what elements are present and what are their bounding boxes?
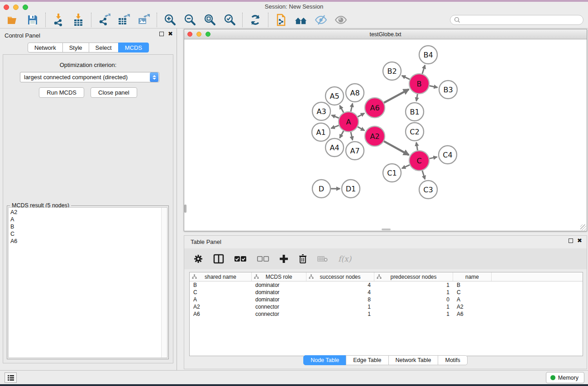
table-cell[interactable]: connector — [252, 304, 306, 310]
node-B1[interactable]: B1 — [406, 103, 424, 121]
node-A2[interactable]: A2 — [365, 126, 385, 146]
column-header-predecessor-nodes[interactable]: predecessor nodes — [374, 272, 453, 281]
hide-selected-icon[interactable] — [315, 14, 327, 26]
column-header-name[interactable]: name — [453, 272, 492, 281]
edge-A-A8[interactable] — [351, 103, 353, 111]
table-cell[interactable]: 1 — [374, 304, 453, 310]
edge-A-A3[interactable] — [331, 115, 339, 118]
edge-A-A2[interactable] — [358, 127, 364, 130]
table-cell[interactable]: 1 — [306, 304, 374, 310]
network-graph[interactable]: B4B2BB3A8A5A6A3B1AA1C2A2A4A7C4CC1C3DD1 — [184, 39, 587, 231]
edge-C-C3[interactable] — [422, 171, 425, 179]
table-cell[interactable]: 1 — [306, 311, 374, 317]
table-cell[interactable]: dominator — [252, 296, 306, 303]
column-header-shared-name[interactable]: shared name — [190, 272, 252, 281]
node-B3[interactable]: B3 — [439, 81, 457, 99]
zoom-selected-icon[interactable] — [223, 14, 236, 26]
table-row[interactable]: Cdominator41C — [190, 289, 583, 296]
node-A8[interactable]: A8 — [346, 84, 364, 102]
open-session-icon[interactable] — [6, 14, 19, 26]
node-C4[interactable]: C4 — [439, 146, 457, 164]
result-item[interactable]: C — [10, 230, 167, 238]
table-cell[interactable]: 8 — [306, 296, 374, 303]
node-B[interactable]: B — [409, 74, 429, 94]
table-cell[interactable]: C — [453, 289, 492, 295]
node-C[interactable]: C — [409, 151, 429, 171]
edge-B-B2[interactable] — [402, 76, 410, 79]
result-item[interactable]: A2 — [10, 209, 167, 216]
table-cell[interactable]: 1 — [374, 282, 453, 288]
edge-A-A7[interactable] — [351, 132, 353, 140]
node-C2[interactable]: C2 — [406, 123, 424, 141]
node-A7[interactable]: A7 — [346, 142, 364, 160]
table-cell[interactable]: C — [190, 289, 252, 295]
table-cell[interactable]: 1 — [374, 311, 453, 317]
result-item[interactable]: A — [10, 216, 167, 223]
node-A5[interactable]: A5 — [325, 87, 344, 105]
table-settings-icon[interactable] — [193, 254, 203, 264]
split-view-icon[interactable] — [213, 254, 224, 264]
table-row[interactable]: Adominator80A — [190, 296, 583, 303]
search-input[interactable] — [463, 17, 579, 23]
delete-table-icon[interactable] — [317, 255, 328, 262]
tab-edge-table[interactable]: Edge Table — [346, 355, 388, 365]
node-table[interactable]: shared nameMCDS rolesuccessor nodesprede… — [189, 272, 583, 356]
table-cell[interactable]: B — [190, 282, 252, 288]
table-row[interactable]: A6connector11A6 — [190, 310, 583, 318]
node-A1[interactable]: A1 — [312, 123, 330, 141]
run-mcds-button[interactable]: Run MCDS — [39, 87, 84, 98]
table-cell[interactable]: A2 — [453, 304, 492, 310]
table-cell[interactable]: A2 — [190, 304, 252, 310]
window-resize-grip[interactable] — [580, 224, 586, 230]
table-cell[interactable]: dominator — [252, 289, 306, 295]
zoom-out-icon[interactable] — [183, 14, 196, 26]
table-row[interactable]: A2connector11A2 — [190, 303, 583, 310]
tab-style[interactable]: Style — [62, 43, 89, 52]
table-cell[interactable]: A6 — [453, 311, 492, 317]
function-builder-icon[interactable]: f(x) — [338, 254, 351, 263]
table-cell[interactable]: 4 — [306, 282, 374, 288]
memory-button[interactable]: Memory — [546, 372, 584, 383]
refresh-icon[interactable] — [249, 14, 262, 26]
tab-network[interactable]: Network — [28, 43, 63, 52]
edge-C-C1[interactable] — [402, 165, 410, 168]
export-network-icon[interactable] — [98, 14, 110, 26]
tab-network-table[interactable]: Network Table — [388, 355, 439, 365]
search-field[interactable] — [450, 15, 583, 25]
delete-column-icon[interactable] — [298, 254, 307, 264]
node-B4[interactable]: B4 — [419, 46, 437, 64]
select-all-icon[interactable] — [234, 256, 247, 262]
edge-B-B3[interactable] — [430, 86, 438, 88]
export-table-icon[interactable] — [118, 14, 130, 26]
optimization-criterion-select[interactable]: largest connected component (directed) — [20, 72, 159, 82]
node-D1[interactable]: D1 — [342, 180, 360, 198]
save-session-icon[interactable] — [26, 14, 39, 26]
task-history-button[interactable] — [5, 372, 17, 383]
tab-node-table[interactable]: Node Table — [303, 355, 346, 365]
table-cell[interactable]: A — [190, 296, 252, 303]
edge-A-A4[interactable] — [339, 131, 344, 138]
table-cell[interactable]: A6 — [190, 311, 252, 317]
zoom-fit-icon[interactable] — [203, 14, 216, 26]
tab-motifs[interactable]: Motifs — [438, 355, 467, 365]
edge-B-B4[interactable] — [422, 65, 425, 74]
edge-A6-B[interactable] — [384, 89, 409, 103]
network-window-titlebar[interactable]: testGlobe.txt — [184, 29, 587, 39]
import-network-icon[interactable] — [52, 14, 65, 26]
edge-A-A6[interactable] — [358, 113, 364, 117]
first-neighbors-icon[interactable] — [295, 14, 307, 26]
show-all-icon[interactable] — [335, 14, 347, 26]
result-scrollbar[interactable] — [161, 208, 167, 357]
edge-C-C4[interactable] — [430, 157, 437, 159]
node-A4[interactable]: A4 — [325, 138, 344, 157]
node-C3[interactable]: C3 — [419, 181, 437, 199]
table-row[interactable]: Bdominator41B — [190, 281, 583, 289]
column-header-MCDS-role[interactable]: MCDS role — [252, 272, 306, 281]
network-canvas[interactable]: B4B2BB3A8A5A6A3B1AA1C2A2A4A7C4CC1C3DD1 — [184, 39, 587, 231]
close-panel-icon[interactable]: ✖ — [168, 32, 173, 36]
node-B2[interactable]: B2 — [383, 62, 401, 80]
close-panel-button[interactable]: Close panel — [91, 87, 137, 98]
table-cell[interactable]: 1 — [374, 289, 453, 295]
edge-B-B1[interactable] — [416, 94, 418, 101]
table-cell[interactable]: A — [453, 296, 492, 303]
